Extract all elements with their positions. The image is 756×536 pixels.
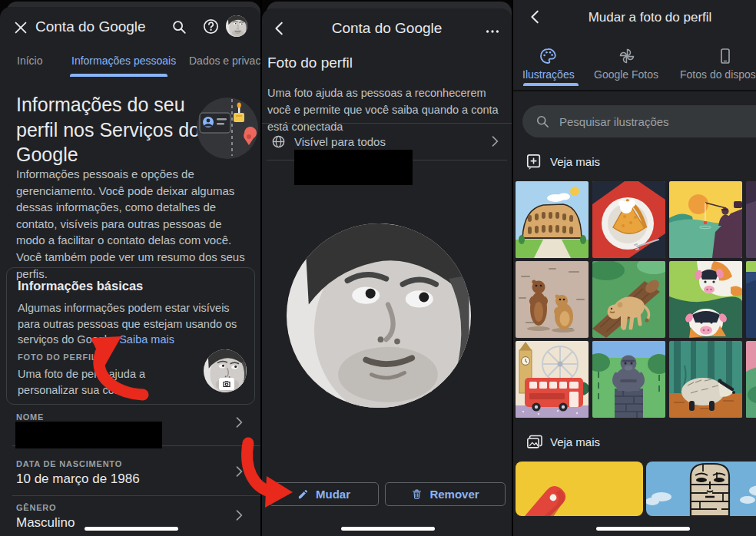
home-indicator[interactable]	[85, 527, 178, 531]
chevron-right-icon[interactable]	[231, 415, 247, 433]
photo-field-text: Uma foto de perfil ajuda a personalizar …	[18, 366, 165, 398]
redacted-name-value	[15, 422, 162, 448]
home-indicator[interactable]	[596, 527, 690, 531]
field-value-genero: Masculino	[16, 515, 75, 531]
photo-description: Uma foto ajuda as pessoas a reconhecerem…	[267, 85, 510, 135]
account-avatar[interactable]	[226, 15, 247, 37]
back-icon[interactable]	[527, 8, 544, 25]
illustration-partial-2[interactable]	[746, 261, 756, 338]
divider	[12, 495, 260, 496]
chevron-right-icon[interactable]	[231, 464, 247, 482]
panel-divider	[512, 0, 513, 536]
illustration-fishing-sunset[interactable]	[669, 181, 742, 258]
page-title: Mudar a foto do perfil	[544, 10, 756, 25]
pencil-icon	[297, 488, 309, 500]
search-bar[interactable]	[522, 105, 756, 137]
profile-photo-large	[287, 223, 471, 408]
illustration-cows[interactable]	[669, 261, 742, 338]
close-icon[interactable]	[12, 19, 29, 36]
illustration-prairie-dogs[interactable]	[516, 261, 589, 338]
search-icon	[535, 114, 550, 129]
active-tab-underline	[70, 74, 167, 77]
change-photo-label: Mudar	[316, 488, 350, 501]
tab-inicio[interactable]: Início	[17, 55, 42, 67]
panel-divider	[260, 0, 262, 536]
chevron-right-icon[interactable]	[231, 508, 247, 526]
illustration-red-knife[interactable]	[516, 462, 643, 516]
panel-account-personal-info: Conta do Google Início Informações pesso…	[0, 0, 260, 536]
tab-ilustracoes[interactable]: Ilustrações	[522, 68, 575, 81]
photos-pinwheel-icon	[618, 47, 636, 65]
add-box-icon	[526, 153, 542, 171]
section-intro: Informações pessoais e opções de gerenci…	[16, 166, 248, 282]
divider	[513, 90, 756, 91]
panel-change-photo: Mudar a foto do perfil Ilustrações Googl…	[513, 0, 756, 536]
illustration-partial-1[interactable]	[746, 181, 756, 258]
camera-icon[interactable]	[219, 378, 234, 390]
divider	[262, 123, 512, 124]
field-label-nome: NOME	[16, 412, 44, 422]
illustration-london-bus[interactable]	[516, 341, 589, 418]
profile-services-illustration-icon	[194, 90, 260, 164]
illustration-badger[interactable]	[669, 341, 742, 418]
card-title: Informações básicas	[18, 279, 143, 293]
field-label-genero: GÊNERO	[16, 503, 56, 512]
photo-field-label: FOTO DO PERFIL	[18, 352, 97, 362]
section-heading: Informações do seu perfil nos Serviços d…	[16, 92, 201, 167]
phone-icon	[716, 47, 734, 65]
home-indicator[interactable]	[341, 527, 435, 531]
illustration-colosseum[interactable]	[516, 181, 589, 258]
photo-heading: Foto do perfil	[267, 55, 353, 71]
change-photo-button[interactable]: Mudar	[269, 482, 379, 506]
illustration-partial-3[interactable]	[746, 341, 756, 418]
illustration-sleeping-lion[interactable]	[592, 261, 665, 338]
active-tab-underline	[523, 83, 579, 86]
illustration-gorilla-statue[interactable]	[592, 341, 665, 418]
globe-icon	[271, 134, 286, 149]
more-options-icon[interactable]	[484, 23, 501, 40]
panel-profile-photo: Conta do Google Foto do perfil Uma foto …	[262, 0, 512, 536]
visibility-label[interactable]: Visível para todos	[294, 135, 386, 148]
page-title: Conta do Google	[262, 20, 512, 37]
bottom-sheet: Conta do Google Início Informações pesso…	[0, 7, 260, 536]
basic-info-card: Informações básicas Algumas informações …	[6, 267, 255, 405]
illustration-pumpkin-pie[interactable]	[592, 181, 665, 258]
see-more-gallery[interactable]: Veja mais	[550, 435, 600, 448]
field-value-nascimento: 10 de março de 1986	[16, 471, 140, 487]
tab-fotos-dispositivo[interactable]: Fotos do disposi	[680, 68, 756, 81]
search-input[interactable]	[559, 115, 728, 128]
trash-icon	[411, 488, 423, 500]
bottom-sheet: Conta do Google Foto do perfil Uma foto …	[262, 8, 512, 536]
card-description: Algumas informações podem estar visíveis…	[18, 300, 245, 348]
screenshot-collage: Conta do Google Início Informações pesso…	[0, 0, 756, 536]
remove-photo-label: Remover	[429, 488, 479, 501]
redacted-account-info	[294, 150, 413, 185]
see-more-illustrations[interactable]: Veja mais	[550, 155, 600, 168]
field-label-nascimento: DATA DE NASCIMENTO	[16, 459, 122, 468]
learn-more-link[interactable]: Saiba mais	[119, 333, 174, 346]
tab-informacoes-pessoais[interactable]: Informações pessoais	[71, 55, 176, 67]
tab-google-fotos[interactable]: Google Fotos	[594, 68, 658, 81]
palette-icon	[539, 47, 557, 65]
chevron-right-icon[interactable]	[487, 134, 502, 152]
help-icon[interactable]	[202, 18, 220, 35]
gallery-icon	[526, 434, 544, 451]
illustration-stone-head[interactable]	[646, 462, 756, 516]
remove-photo-button[interactable]: Remover	[385, 482, 506, 506]
page-title: Conta do Google	[35, 18, 146, 35]
tab-dados-privacidade[interactable]: Dados e privacid	[189, 55, 260, 67]
search-icon[interactable]	[171, 18, 187, 35]
